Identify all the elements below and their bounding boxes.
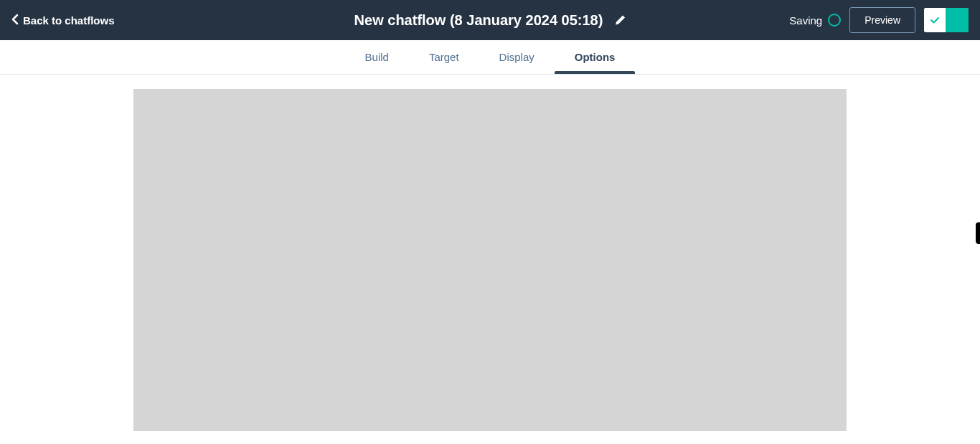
- content-area[interactable]: [0, 75, 980, 444]
- tabs-nav: Build Target Display Options: [0, 40, 980, 75]
- title-area: New chatflow (8 January 2024 05:18): [354, 12, 626, 29]
- back-label: Back to chatflows: [23, 14, 115, 27]
- publish-toggle[interactable]: [924, 8, 969, 32]
- chevron-left-icon: [11, 14, 19, 27]
- app-header: Back to chatflows New chatflow (8 Januar…: [0, 0, 980, 40]
- tab-build[interactable]: Build: [345, 40, 409, 74]
- tab-target[interactable]: Target: [409, 40, 479, 74]
- content-placeholder: [133, 89, 847, 431]
- tab-display[interactable]: Display: [479, 40, 555, 74]
- toggle-check-icon: [924, 8, 946, 32]
- saving-label: Saving: [789, 14, 822, 27]
- preview-button[interactable]: Preview: [849, 7, 915, 33]
- saving-indicator: Saving: [789, 14, 841, 27]
- toggle-track: [946, 8, 969, 32]
- header-actions: Saving Preview: [789, 7, 969, 33]
- spinner-icon: [828, 14, 841, 27]
- side-handle[interactable]: [976, 222, 980, 244]
- edit-icon[interactable]: [614, 14, 626, 26]
- back-to-chatflows-link[interactable]: Back to chatflows: [11, 14, 115, 27]
- tab-options[interactable]: Options: [555, 40, 636, 74]
- page-title: New chatflow (8 January 2024 05:18): [354, 12, 603, 29]
